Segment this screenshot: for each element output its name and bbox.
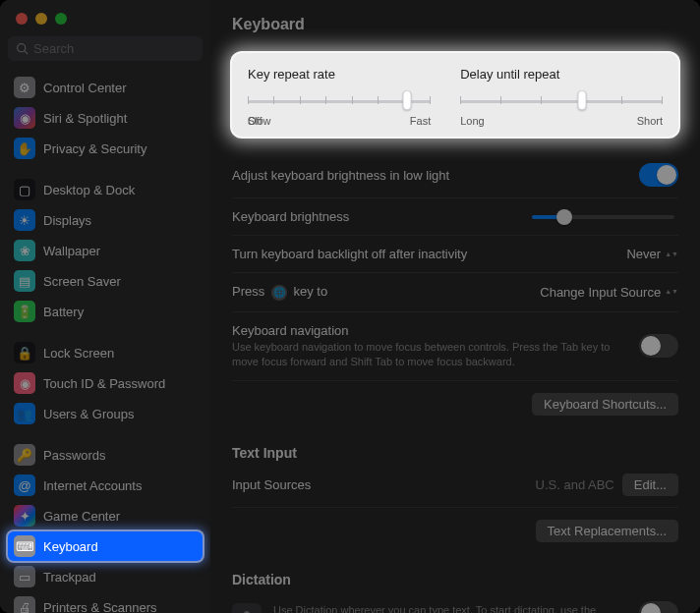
sidebar-item-battery[interactable]: 🔋Battery	[8, 297, 203, 326]
adjust-brightness-low-light-label: Adjust keyboard brightness in low light	[232, 168, 449, 183]
backlight-off-popup[interactable]: Never ▲▼	[626, 247, 678, 261]
search-input[interactable]	[33, 41, 195, 56]
sidebar-item-wallpaper[interactable]: ❀Wallpaper	[8, 236, 203, 265]
keyboard-shortcuts-button[interactable]: Keyboard Shortcuts...	[532, 393, 678, 416]
sidebar-item-label: Keyboard	[43, 539, 98, 554]
svg-line-1	[25, 51, 28, 54]
sidebar-icon: 🔋	[14, 301, 35, 322]
sidebar-item-label: Lock Screen	[43, 346, 114, 361]
sidebar-item-displays[interactable]: ☀︎Displays	[8, 205, 203, 235]
sidebar-item-label: Passwords	[43, 448, 106, 463]
input-sources-label: Input Sources	[232, 477, 311, 492]
sidebar-item-users-groups[interactable]: 👥Users & Groups	[8, 399, 203, 428]
keyboard-brightness-slider[interactable]	[532, 215, 674, 219]
sidebar-icon: ▭	[14, 566, 35, 587]
page-title: Keyboard	[232, 16, 678, 33]
sidebar-item-privacy-security[interactable]: ✋Privacy & Security	[8, 134, 203, 163]
delay-until-repeat-label: Delay until repeat	[460, 67, 663, 82]
sidebar-item-internet-accounts[interactable]: @Internet Accounts	[8, 471, 203, 500]
sidebar-icon: 🔑	[14, 444, 35, 466]
dictation-heading: Dictation	[232, 572, 678, 587]
sidebar-item-siri-spotlight[interactable]: ◉Siri & Spotlight	[8, 103, 203, 133]
sidebar-item-label: Trackpad	[43, 570, 96, 585]
dictation-description: Use Dictation wherever you can type text…	[273, 603, 627, 613]
key-repeat-slow-label: Slow	[248, 115, 271, 127]
sidebar-item-label: Touch ID & Password	[43, 376, 165, 391]
press-globe-label: Press 🌐 key to	[232, 284, 327, 301]
sidebar-item-printers-scanners[interactable]: 🖨Printers & Scanners	[8, 592, 203, 613]
search-icon	[16, 42, 29, 55]
text-replacements-button[interactable]: Text Replacements...	[536, 520, 678, 542]
adjust-brightness-low-light-toggle[interactable]	[639, 163, 678, 187]
dictation-toggle[interactable]	[639, 601, 678, 613]
sidebar-icon: ▤	[14, 270, 35, 292]
sidebar-item-screen-saver[interactable]: ▤Screen Saver	[8, 266, 203, 296]
key-repeat-rate-slider[interactable]	[248, 91, 431, 109]
sidebar-item-control-center[interactable]: ⚙︎Control Center	[8, 73, 203, 102]
keyboard-nav-description: Use keyboard navigation to move focus be…	[232, 340, 639, 370]
sidebar-item-label: Internet Accounts	[43, 478, 142, 493]
main-content: Keyboard Key repeat rate Off Slow Fast D…	[210, 0, 700, 613]
delay-until-repeat-group: Delay until repeat Long Short	[460, 67, 663, 127]
repeat-sliders-box: Key repeat rate Off Slow Fast Delay unti…	[232, 53, 678, 137]
sidebar-icon: 👥	[14, 403, 35, 424]
sidebar-item-label: Printers & Scanners	[43, 600, 157, 614]
sidebar-item-label: Privacy & Security	[43, 141, 146, 156]
sidebar-icon: ✋	[14, 138, 35, 159]
sidebar-item-label: Screen Saver	[43, 274, 121, 289]
minimize-button[interactable]	[35, 13, 47, 25]
sidebar-item-label: Game Center	[43, 509, 120, 524]
sidebar-icon: ⚙︎	[14, 77, 35, 98]
delay-until-repeat-slider[interactable]	[460, 91, 663, 109]
sidebar-icon: ❀	[14, 240, 35, 261]
close-button[interactable]	[16, 13, 28, 25]
sidebar-item-label: Battery	[43, 305, 84, 319]
sidebar-item-label: Users & Groups	[43, 407, 134, 421]
microphone-icon	[232, 603, 262, 613]
sidebar-item-label: Displays	[43, 213, 91, 228]
sidebar-icon: ✦	[14, 505, 35, 527]
sidebar-item-label: Siri & Spotlight	[43, 111, 127, 126]
sidebar-item-game-center[interactable]: ✦Game Center	[8, 501, 203, 530]
text-input-heading: Text Input	[232, 445, 678, 461]
sidebar-item-touch-id-password[interactable]: ◉Touch ID & Password	[8, 368, 203, 398]
chevrons-icon: ▲▼	[665, 289, 678, 295]
sidebar-icon: ☀︎	[14, 209, 35, 231]
window-controls	[8, 8, 203, 36]
sidebar-item-label: Wallpaper	[43, 244, 100, 258]
input-sources-value: U.S. and ABC	[536, 477, 614, 492]
key-repeat-rate-group: Key repeat rate Off Slow Fast	[248, 67, 431, 127]
sidebar-icon: ◉	[14, 372, 35, 394]
delay-short-label: Short	[637, 115, 663, 127]
sidebar-icon: ▢	[14, 179, 35, 200]
sidebar-item-lock-screen[interactable]: 🔒Lock Screen	[8, 338, 203, 367]
globe-icon: 🌐	[271, 285, 287, 301]
key-repeat-rate-label: Key repeat rate	[248, 67, 431, 82]
svg-point-0	[18, 44, 26, 52]
sidebar-item-passwords[interactable]: 🔑Passwords	[8, 440, 203, 470]
sidebar-item-label: Desktop & Dock	[43, 183, 135, 197]
sidebar-icon: 🔒	[14, 342, 35, 363]
keyboard-nav-toggle[interactable]	[639, 334, 678, 358]
sidebar-icon: ◉	[14, 107, 35, 129]
press-globe-popup[interactable]: Change Input Source ▲▼	[540, 285, 678, 300]
maximize-button[interactable]	[55, 13, 67, 25]
keyboard-nav-label: Keyboard navigation	[232, 323, 639, 338]
delay-long-label: Long	[460, 115, 484, 127]
sidebar-item-keyboard[interactable]: ⌨︎Keyboard	[8, 531, 203, 561]
sidebar-icon: 🖨	[14, 596, 35, 613]
sidebar-item-trackpad[interactable]: ▭Trackpad	[8, 562, 203, 591]
sidebar-icon: ⌨︎	[14, 535, 35, 557]
sidebar-item-label: Control Center	[43, 81, 127, 95]
backlight-off-label: Turn keyboard backlight off after inacti…	[232, 247, 467, 261]
sidebar-item-desktop-dock[interactable]: ▢Desktop & Dock	[8, 175, 203, 204]
search-field[interactable]	[8, 36, 203, 61]
key-repeat-fast-label: Fast	[410, 115, 431, 127]
sidebar: ⚙︎Control Center◉Siri & Spotlight✋Privac…	[0, 0, 210, 613]
sidebar-icon: @	[14, 474, 35, 496]
input-sources-edit-button[interactable]: Edit...	[622, 474, 678, 496]
chevrons-icon: ▲▼	[665, 251, 678, 257]
keyboard-brightness-label: Keyboard brightness	[232, 209, 349, 224]
